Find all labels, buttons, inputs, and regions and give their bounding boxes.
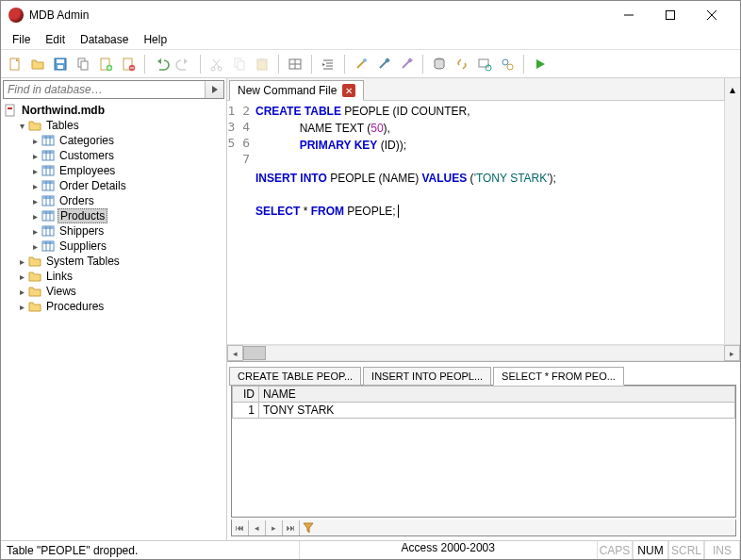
tree-folder-links[interactable]: ▸ Links <box>3 269 224 284</box>
eyedropper2-icon[interactable] <box>396 54 417 74</box>
open-folder-icon[interactable] <box>27 54 48 74</box>
result-tab[interactable]: CREATE TABLE PEOP... <box>229 367 361 386</box>
result-tab[interactable]: SELECT * FROM PEO... <box>493 367 624 386</box>
scroll-thumb[interactable] <box>243 346 266 360</box>
indent-icon[interactable] <box>318 54 338 74</box>
redo-icon[interactable] <box>173 54 194 74</box>
close-button[interactable] <box>691 2 733 28</box>
menu-help[interactable]: Help <box>136 31 174 48</box>
tree-table-item[interactable]: ▸Order Details <box>3 178 224 193</box>
svg-rect-8 <box>58 65 63 69</box>
tree-table-item[interactable]: ▸Customers <box>3 148 224 163</box>
table-refresh-icon[interactable] <box>474 54 495 74</box>
tree-folder-procs[interactable]: ▸ Procedures <box>3 299 224 314</box>
menu-edit[interactable]: Edit <box>38 31 73 48</box>
copy-icon[interactable] <box>73 54 93 74</box>
chevron-right-icon[interactable]: ▸ <box>29 196 41 206</box>
prev-record-icon[interactable]: ◂ <box>249 520 266 535</box>
run-icon[interactable] <box>530 54 551 74</box>
col-header[interactable]: ID <box>233 387 259 403</box>
database-tree[interactable]: Northwind.mdb ▾ Tables ▸Categories▸Custo… <box>1 101 226 540</box>
table-icon <box>41 239 56 253</box>
chevron-right-icon[interactable]: ▸ <box>29 136 41 146</box>
chevron-right-icon[interactable]: ▸ <box>29 181 41 191</box>
menu-file[interactable]: File <box>5 31 38 48</box>
chevron-right-icon[interactable]: ▸ <box>29 211 41 222</box>
chevron-right-icon[interactable]: ▸ <box>29 241 41 252</box>
col-header[interactable]: NAME <box>259 387 735 403</box>
db-icon[interactable] <box>429 54 450 74</box>
line-gutter: 1 2 3 4 5 6 7 <box>227 101 255 344</box>
result-grid[interactable]: ID NAME 1 TONY STARK <box>231 385 736 518</box>
first-record-icon[interactable]: ⏮ <box>232 520 249 535</box>
svg-marker-48 <box>536 59 545 69</box>
tree-table-item[interactable]: ▸Employees <box>3 163 224 178</box>
tree-table-item[interactable]: ▸Suppliers <box>3 239 224 254</box>
tree-folder-systables[interactable]: ▸ System Tables <box>3 254 224 269</box>
page-add-icon[interactable] <box>95 54 116 74</box>
svg-point-46 <box>502 59 508 65</box>
new-file-icon[interactable] <box>5 54 25 74</box>
scroll-left-icon[interactable]: ◂ <box>227 345 243 361</box>
chevron-right-icon[interactable]: ▸ <box>16 272 27 282</box>
cell-name: TONY STARK <box>259 403 735 419</box>
chevron-right-icon[interactable]: ▸ <box>29 166 41 176</box>
svg-rect-57 <box>42 151 54 154</box>
link-icon[interactable] <box>452 54 472 74</box>
sql-editor[interactable]: 1 2 3 4 5 6 7 CREATE TABLE PEOPLE (ID CO… <box>227 101 740 344</box>
filter-icon[interactable] <box>300 520 317 535</box>
code-area[interactable]: CREATE TABLE PEOPLE (ID COUNTER, NAME TE… <box>255 101 724 344</box>
status-db-format: Access 2000-2003 <box>299 541 598 559</box>
search-input[interactable] <box>4 81 205 98</box>
svg-rect-27 <box>260 58 264 61</box>
save-icon[interactable] <box>50 54 71 74</box>
maximize-button[interactable] <box>650 2 691 28</box>
tree-table-item[interactable]: ▸Orders <box>3 193 224 208</box>
grid-icon[interactable] <box>285 54 305 74</box>
svg-point-37 <box>363 58 367 62</box>
tree-folder-views[interactable]: ▸ Views <box>3 284 224 299</box>
editor-scroll-up-icon[interactable]: ▴ <box>724 78 740 101</box>
wand-icon[interactable] <box>351 54 371 74</box>
editor-tab-label: New Command File <box>238 84 337 97</box>
scroll-right-icon[interactable]: ▸ <box>724 345 740 361</box>
paste-icon[interactable] <box>252 54 272 74</box>
tree-table-item[interactable]: ▸Products <box>3 208 224 223</box>
chevron-right-icon[interactable]: ▸ <box>16 302 27 312</box>
next-record-icon[interactable]: ▸ <box>266 520 283 535</box>
eyedropper-icon[interactable] <box>373 54 394 74</box>
page-remove-icon[interactable] <box>118 54 139 74</box>
copy2-icon[interactable] <box>229 54 250 74</box>
svg-rect-25 <box>238 61 244 70</box>
folder-icon <box>27 270 42 283</box>
editor-tab[interactable]: New Command File ✕ <box>229 80 364 101</box>
search-go-icon[interactable] <box>205 81 223 98</box>
tree-db-root[interactable]: Northwind.mdb <box>3 103 224 118</box>
window-title: MDB Admin <box>29 8 608 22</box>
editor-hscrollbar[interactable]: ◂ ▸ <box>227 344 740 361</box>
status-ins: INS <box>704 541 740 559</box>
result-tab[interactable]: INSERT INTO PEOPL... <box>363 367 491 386</box>
tree-folder-tables[interactable]: ▾ Tables <box>3 118 224 133</box>
chevron-right-icon[interactable]: ▸ <box>16 287 27 297</box>
svg-marker-19 <box>184 58 188 64</box>
editor-vscrollbar[interactable] <box>724 101 740 344</box>
tree-table-item[interactable]: ▸Shippers <box>3 223 224 239</box>
undo-icon[interactable] <box>151 54 172 74</box>
cut-icon[interactable] <box>206 54 227 74</box>
gear-link-icon[interactable] <box>497 54 518 74</box>
last-record-icon[interactable]: ⏭ <box>283 520 300 535</box>
tree-table-item[interactable]: ▸Categories <box>3 133 224 148</box>
chevron-right-icon[interactable]: ▸ <box>29 151 41 161</box>
chevron-down-icon[interactable]: ▾ <box>16 121 27 131</box>
table-row[interactable]: 1 TONY STARK <box>233 403 735 419</box>
grid-nav-toolbar: ⏮ ◂ ▸ ⏭ <box>231 519 736 536</box>
tree-table-label: Order Details <box>58 179 128 192</box>
chevron-right-icon[interactable]: ▸ <box>29 226 41 237</box>
menu-database[interactable]: Database <box>73 31 136 48</box>
svg-rect-50 <box>6 105 14 116</box>
close-tab-icon[interactable]: ✕ <box>342 84 355 97</box>
minimize-button[interactable] <box>608 2 650 28</box>
chevron-right-icon[interactable]: ▸ <box>16 256 27 267</box>
toolbar <box>1 50 740 78</box>
